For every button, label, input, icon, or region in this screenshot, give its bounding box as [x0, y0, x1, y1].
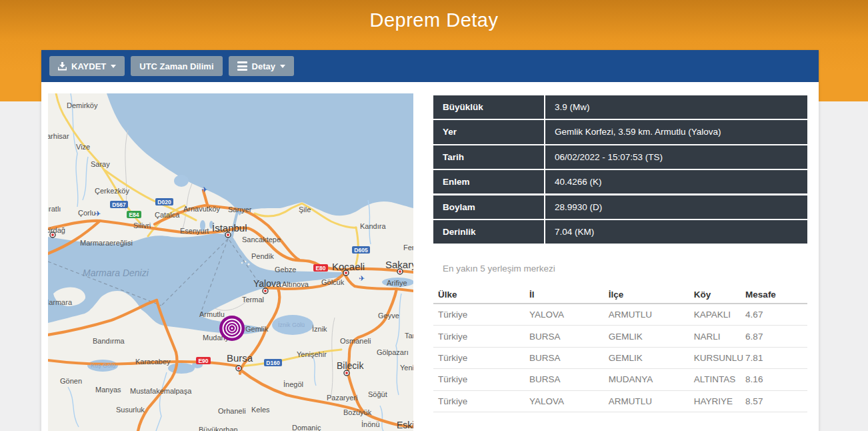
cell-district: ARMUTLU	[604, 310, 689, 320]
nearest-settlements-heading: En yakın 5 yerleşim merkezi	[433, 264, 807, 274]
map-label: ıratlı	[48, 205, 61, 213]
map-label: İznik Gölü	[278, 322, 305, 328]
cell-country: Türkiye	[433, 332, 525, 342]
map-label: Sakarya	[385, 259, 413, 270]
map-label: Marmaraereğlisi	[80, 239, 133, 247]
detail-value: 28.9930 (D)	[545, 195, 807, 219]
map-label: kirdağ	[48, 226, 65, 234]
map-label: Keles	[251, 406, 270, 414]
map-label: arhisar	[48, 132, 69, 140]
islet	[91, 309, 94, 312]
menu-icon	[237, 61, 247, 71]
map-label: Yalova	[253, 278, 281, 289]
table-row: Türkiye YALOVA ARMUTLU KAPAKLI 4.67	[433, 304, 807, 326]
detail-value: Gemlik Korfezi, 3.59 km. Armutlu (Yalova…	[545, 120, 807, 143]
road-badge-label: E80	[315, 265, 325, 272]
cell-district: MUDANYA	[604, 374, 689, 384]
map-canvas[interactable]: E84D567D020D605D160E80E90✈✈✈Demirköyarhi…	[48, 93, 413, 431]
cell-country: Türkiye	[433, 374, 525, 384]
map-label: Manyas	[95, 386, 121, 394]
map-label: Kuş Gölü	[91, 362, 115, 369]
detail-menu-button[interactable]: Detay	[229, 56, 294, 76]
map-label: Mustafakemalpaşa	[130, 387, 192, 395]
detail-label: Tarih	[433, 145, 545, 169]
column-header: Köy	[689, 290, 741, 300]
airport-icon: ✈	[95, 209, 101, 218]
map-label: Bandırma	[93, 337, 125, 345]
detail-value: 3.9 (Mw)	[545, 95, 807, 119]
detail-value: 06/02/2022 - 15:07:53 (TS)	[545, 145, 807, 169]
map-label: Silivri	[133, 222, 151, 230]
cell-distance: 4.67	[741, 310, 807, 320]
cell-district: ARMUTLU	[604, 396, 689, 406]
cell-village: HAYRIYE	[689, 396, 741, 406]
detail-value: 40.4266 (K)	[545, 170, 807, 193]
earthquake-marker-center	[231, 328, 233, 330]
map-label: Arnavutköy	[183, 205, 221, 213]
cell-distance: 7.81	[741, 353, 807, 363]
cell-country: Türkiye	[433, 396, 525, 406]
table-row: Türkiye BURSA GEMLIK KURSUNLU 7.81	[433, 348, 807, 369]
city-marker-dot	[227, 234, 229, 236]
detail-label: Yer	[433, 120, 545, 143]
column-header: Ülke	[433, 290, 525, 300]
cell-province: YALOVA	[525, 310, 604, 320]
map-label: Gölpazarı	[377, 348, 409, 356]
princes-island	[247, 263, 249, 265]
map-label: Marmara	[48, 298, 73, 306]
airport-icon: ✈	[201, 185, 207, 193]
nearest-settlements-table: Ülke İl İlçe Köy Mesafe Türkiye YALOVA A…	[433, 286, 807, 412]
utc-timezone-label: UTC Zaman Dilimi	[139, 61, 213, 71]
column-header: Mesafe	[741, 290, 807, 300]
table-row: Türkiye YALOVA ARMUTLU HAYRIYE 8.57	[433, 391, 807, 412]
map-label: Sancaktepe	[242, 236, 281, 244]
detail-value: 7.04 (KM)	[545, 220, 807, 244]
map-label: Gemlik	[245, 325, 269, 333]
map-label: Bilecik	[337, 360, 364, 371]
column-header: İlçe	[604, 290, 689, 300]
road-badge-label: D020	[157, 199, 171, 205]
map-label: Altınova	[282, 280, 309, 288]
map-label: Şile	[299, 205, 311, 213]
map-label: Yenişehir	[297, 350, 327, 358]
cell-village: KURSUNLU	[689, 353, 741, 363]
terkos-lake	[174, 175, 189, 187]
map-label: Geyve	[378, 312, 399, 320]
map-label: Bursa	[227, 352, 253, 364]
map-label: Kandıra	[360, 222, 386, 230]
map-label: Taraklı	[405, 332, 413, 340]
table-row: Derinlik 7.04 (KM)	[433, 220, 807, 244]
city-marker-dot	[399, 270, 401, 273]
city-marker-dot	[237, 367, 240, 370]
detail-label: Boylam	[433, 195, 545, 219]
chevron-down-icon	[280, 65, 285, 68]
map-label: Gölcük	[321, 278, 345, 286]
save-button-label: KAYDET	[71, 61, 106, 71]
cell-village: KAPAKLI	[689, 310, 741, 320]
map-label: İstanbul	[212, 222, 247, 234]
map-label: Vize	[76, 143, 90, 151]
airport-icon: ✈	[359, 274, 365, 282]
map-label: İznik	[312, 325, 327, 333]
table-row: Enlem 40.4266 (K)	[433, 170, 807, 193]
column-header: İl	[525, 290, 604, 300]
map-label: Termal	[242, 296, 264, 304]
earthquake-map[interactable]: E84D567D020D605D160E80E90✈✈✈Demirköyarhi…	[48, 93, 413, 431]
cell-province: BURSA	[525, 353, 604, 363]
city-marker-dot	[345, 372, 348, 374]
map-label: Pazaryeri	[327, 394, 357, 402]
detail-label: Büyüklük	[433, 95, 545, 119]
detail-label: Enlem	[433, 170, 545, 193]
table-row: Türkiye BURSA GEMLIK NARLI 6.87	[433, 326, 807, 347]
detail-menu-label: Detay	[252, 61, 275, 71]
table-row: Türkiye BURSA MUDANYA ALTINTAS 8.16	[433, 369, 807, 390]
utc-timezone-button[interactable]: UTC Zaman Dilimi	[131, 56, 222, 76]
map-label: Gönen	[60, 377, 82, 385]
detail-label: Derinlik	[433, 220, 545, 244]
save-button[interactable]: KAYDET	[49, 56, 125, 76]
table-row: Yer Gemlik Korfezi, 3.59 km. Armutlu (Ya…	[433, 120, 807, 143]
map-label: Domaniç	[292, 424, 321, 431]
lake	[168, 363, 195, 374]
cell-village: ALTINTAS	[689, 374, 741, 384]
map-label: Karacabey	[135, 358, 171, 366]
